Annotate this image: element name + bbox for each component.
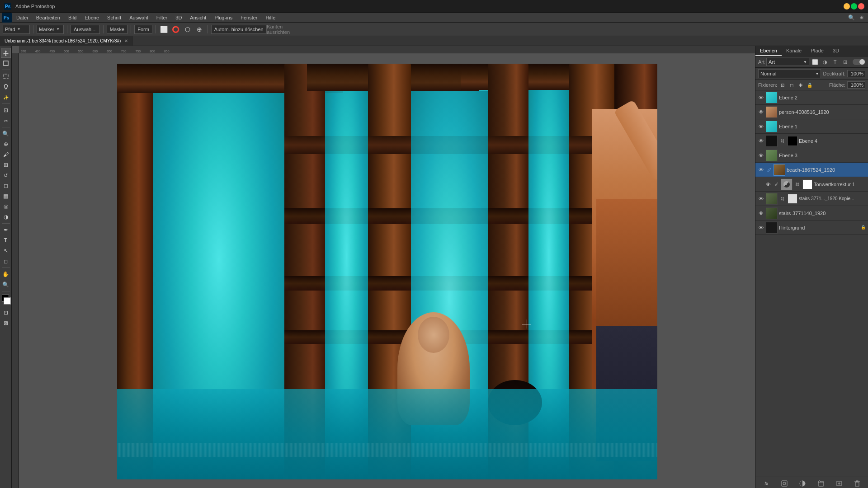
shape-tool[interactable]: ◻	[1, 256, 11, 266]
dodge-tool[interactable]: ◑	[1, 212, 11, 222]
path-select-tool[interactable]: ↖	[1, 246, 11, 256]
brush-tool[interactable]: 🖌	[1, 150, 11, 160]
blur-tool[interactable]: ◎	[1, 202, 11, 211]
stamp-tool[interactable]: ⊞	[1, 160, 11, 170]
hand-tool[interactable]: ✋	[1, 269, 11, 279]
gradient-tool[interactable]: ▦	[1, 191, 11, 201]
type-tool[interactable]: T	[1, 235, 11, 245]
filter-smart-btn[interactable]: ⊞	[841, 58, 849, 66]
layer-visibility-icon[interactable]: 👁	[757, 224, 764, 231]
menu-auswahl[interactable]: Auswahl	[126, 14, 152, 21]
tab-kanaele[interactable]: Kanäle	[782, 46, 806, 56]
layer-item-tonwert[interactable]: 👁 🖊 ⛓ Tonwertkorrektur 1	[755, 177, 868, 192]
opacity-value[interactable]: 100%	[847, 70, 865, 77]
tool-mode-path[interactable]: Pfad ▼	[3, 25, 30, 34]
layer-thumb-stairs-copy	[766, 193, 778, 205]
minimize-btn[interactable]	[844, 3, 850, 9]
layer-visibility-icon[interactable]: 👁	[757, 108, 764, 116]
tool-mode-marker[interactable]: Marker ▼	[37, 25, 64, 34]
layer-item-ebene3[interactable]: 👁 Ebene 3	[755, 148, 868, 163]
transform-btn[interactable]: ⊕	[194, 24, 204, 34]
add-adjustment-btn[interactable]	[798, 479, 807, 488]
autom-hinzu-check[interactable]: Autom. hinzu-/löschen	[211, 25, 267, 34]
lock-position-btn[interactable]: ⊡	[779, 81, 786, 89]
zoom-tool[interactable]: 🔍	[1, 280, 11, 290]
layer-item-ebene1[interactable]: 👁 Ebene 1	[755, 119, 868, 134]
ellipse-tool-btn[interactable]: ⭕	[171, 24, 181, 34]
slice-tool[interactable]: ✂	[1, 116, 11, 126]
spot-heal-tool[interactable]: ⊕	[1, 139, 11, 149]
polygon-tool-btn[interactable]: ⬡	[183, 24, 193, 34]
layer-visibility-icon[interactable]: 👁	[757, 94, 764, 101]
workspace-btn[interactable]: ⊞	[857, 14, 866, 21]
layer-item-stairs[interactable]: 👁 stairs-3771140_1920	[755, 206, 868, 221]
layer-visibility-icon[interactable]: 👁	[757, 195, 764, 202]
rect-tool-btn[interactable]: ⬜	[159, 24, 169, 34]
screen-mode-btn[interactable]: ⊠	[1, 318, 11, 328]
menu-filter[interactable]: Filter	[153, 14, 171, 21]
layer-item-hintergrund[interactable]: 👁 Hintergrund 🔒	[755, 221, 868, 235]
crop-tool[interactable]: ⊡	[1, 105, 11, 115]
auswahl-btn[interactable]: Auswahl...	[71, 25, 100, 34]
layer-visibility-icon[interactable]: 👁	[764, 181, 772, 188]
layer-item-ebene4[interactable]: 👁 ⛓ Ebene 4	[755, 134, 868, 148]
menu-plugins[interactable]: Plug-ins	[211, 14, 236, 21]
layer-visibility-icon[interactable]: 👁	[757, 152, 764, 159]
menu-bild[interactable]: Bild	[65, 14, 80, 21]
fill-value[interactable]: 100%	[847, 81, 865, 89]
menu-fenster[interactable]: Fenster	[237, 14, 261, 21]
layer-visibility-icon[interactable]: 👁	[757, 210, 764, 217]
layer-item-ebene2[interactable]: 👁 Ebene 2	[755, 90, 868, 105]
search-icon-top[interactable]: 🔍	[847, 13, 856, 22]
pen-tool[interactable]: ✒	[1, 225, 11, 235]
form-btn[interactable]: Form	[134, 25, 152, 34]
lock-fill-btn[interactable]: ◻	[788, 81, 795, 89]
history-brush-tool[interactable]: ↺	[1, 170, 11, 180]
layer-item-beach[interactable]: 👁 🖊 beach-1867524_1920	[755, 163, 868, 177]
filter-toggle[interactable]	[853, 59, 865, 65]
art-dropdown[interactable]: Art▼	[766, 58, 809, 66]
svg-rect-15	[856, 481, 858, 482]
menu-hilfe[interactable]: Hilfe	[262, 14, 279, 21]
filter-adjust-btn[interactable]: ◑	[821, 58, 829, 66]
menu-datei[interactable]: Datei	[13, 14, 32, 21]
lasso-tool[interactable]	[1, 82, 11, 92]
layer-item-stairs-copy[interactable]: 👁 ⛓ stairs-3771..._1920 Kopie...	[755, 192, 868, 206]
layer-visibility-icon[interactable]: 👁	[757, 123, 764, 130]
create-group-btn[interactable]	[816, 479, 826, 488]
layer-item-person[interactable]: 👁 person-4008516_1920	[755, 105, 868, 119]
tab-ebenen[interactable]: Ebenen	[755, 46, 782, 56]
artboard-tool[interactable]	[1, 58, 11, 68]
kanten-btn[interactable]: Kanten ausrichten	[274, 24, 283, 34]
menu-bearbeiten[interactable]: Bearbeiten	[33, 14, 64, 21]
add-mask-btn[interactable]	[780, 479, 789, 488]
add-fx-btn[interactable]: fx	[762, 479, 771, 488]
marquee-tool[interactable]	[1, 71, 11, 81]
filter-pixel-btn[interactable]: ⬜	[811, 58, 819, 66]
color-swatches[interactable]	[0, 294, 12, 306]
menu-3d[interactable]: 3D	[172, 14, 185, 21]
lock-all-btn[interactable]: 🔒	[806, 81, 813, 89]
tab-pfade[interactable]: Pfade	[806, 46, 828, 56]
quick-select-tool[interactable]: ✨	[1, 92, 11, 102]
maske-btn[interactable]: Maske	[107, 25, 127, 34]
filter-type-btn[interactable]: T	[831, 58, 839, 66]
blend-mode-dropdown[interactable]: Normal▼	[758, 69, 821, 78]
eraser-tool[interactable]: ◻	[1, 181, 11, 191]
menu-schrift[interactable]: Schrift	[104, 14, 125, 21]
eyedropper-tool[interactable]: 🔍	[1, 129, 11, 139]
document-tab[interactable]: Unbenannt-1 bei 334% (beach-1867524_1920…	[0, 36, 133, 46]
layer-visibility-icon[interactable]: 👁	[757, 166, 764, 174]
new-layer-btn[interactable]	[835, 479, 844, 488]
menu-ebene[interactable]: Ebene	[81, 14, 103, 21]
lock-move-btn[interactable]: ✚	[797, 81, 804, 89]
menu-ansicht[interactable]: Ansicht	[186, 14, 210, 21]
close-btn[interactable]	[858, 3, 864, 9]
layer-visibility-icon[interactable]: 👁	[757, 137, 764, 145]
delete-layer-btn[interactable]	[853, 479, 862, 488]
quick-mask-btn[interactable]: ⊡	[1, 308, 11, 318]
maximize-btn[interactable]	[851, 3, 857, 9]
move-tool[interactable]	[1, 48, 11, 58]
tab-close-icon[interactable]: ✕	[124, 38, 128, 43]
tab-3d[interactable]: 3D	[828, 46, 844, 56]
